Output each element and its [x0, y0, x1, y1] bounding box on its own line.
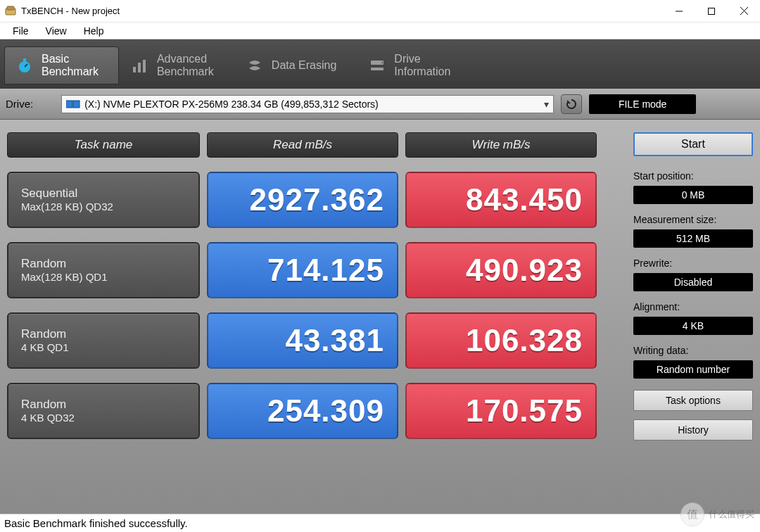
msize-value[interactable]: 512 MB: [633, 229, 753, 248]
history-button[interactable]: History: [633, 419, 753, 441]
tab-label: Basic: [42, 53, 99, 65]
stopwatch-icon: [15, 56, 34, 75]
watermark-icon: 值: [680, 502, 704, 526]
read-value: 714.125: [207, 242, 398, 298]
read-value: 43.381: [207, 312, 398, 369]
task-options-button[interactable]: Task options: [633, 390, 753, 411]
tab-data-erasing[interactable]: Data Erasing: [235, 46, 357, 84]
menu-file[interactable]: File: [4, 25, 37, 37]
close-button[interactable]: [728, 0, 760, 22]
write-value: 490.923: [405, 242, 597, 298]
menu-view[interactable]: View: [37, 25, 75, 37]
watermark: 值 什么值得买: [675, 500, 760, 529]
main-panel: Task name Read mB/s Write mB/s Sequentia…: [0, 120, 760, 514]
header-read: Read mB/s: [207, 132, 398, 158]
task-line2: Max(128 KB) QD32: [21, 201, 186, 214]
svg-rect-1: [7, 6, 14, 10]
svg-rect-9: [133, 67, 136, 72]
bars-icon: [130, 56, 150, 75]
svg-rect-16: [73, 101, 80, 108]
drive-select[interactable]: (X:) NVMe PLEXTOR PX-256M9 238.34 GB (49…: [61, 95, 554, 113]
svg-rect-11: [143, 60, 146, 72]
tab-label: Benchmark: [42, 65, 99, 78]
write-value: 170.575: [405, 383, 597, 439]
read-value: 2927.362: [207, 172, 398, 228]
drive-selected-text: (X:) NVMe PLEXTOR PX-256M9 238.34 GB (49…: [84, 99, 379, 110]
svg-rect-10: [138, 63, 141, 72]
task-line2: 4 KB QD1: [21, 341, 186, 355]
wdata-label: Writing data:: [633, 345, 753, 356]
window-title: TxBENCH - New project: [21, 6, 663, 16]
tabstrip: BasicBenchmark AdvancedBenchmark Data Er…: [0, 39, 760, 89]
drive-label: Drive:: [6, 98, 33, 110]
tab-label: Data Erasing: [272, 59, 337, 72]
start-button[interactable]: Start: [633, 132, 753, 156]
task-line2: 4 KB QD32: [21, 412, 186, 425]
drive-bar: Drive: (X:) NVMe PLEXTOR PX-256M9 238.34…: [0, 89, 760, 120]
task-line1: Random: [21, 256, 186, 271]
titlebar: TxBENCH - New project: [0, 0, 760, 23]
status-bar: Basic Benchmark finished successfully.: [0, 514, 760, 532]
startpos-label: Start position:: [633, 170, 753, 182]
align-label: Alignment:: [633, 301, 753, 312]
svg-rect-3: [709, 8, 715, 14]
window-buttons: [663, 0, 760, 22]
task-button-sequential-qd32[interactable]: Sequential Max(128 KB) QD32: [7, 172, 200, 228]
tab-label: Information: [394, 65, 450, 78]
svg-rect-15: [66, 101, 72, 108]
task-button-random-128kb-qd1[interactable]: Random Max(128 KB) QD1: [7, 242, 200, 298]
read-value: 254.309: [207, 383, 398, 439]
svg-rect-13: [371, 68, 384, 70]
menu-help[interactable]: Help: [75, 25, 113, 37]
result-row: Sequential Max(128 KB) QD32 2927.362 843…: [7, 172, 623, 228]
prewrite-label: Prewrite:: [633, 258, 753, 269]
filemode-button[interactable]: FILE mode: [589, 94, 696, 114]
task-button-random-4kb-qd1[interactable]: Random 4 KB QD1: [7, 312, 200, 369]
erase-icon: [245, 56, 265, 75]
result-row: Random 4 KB QD1 43.381 106.328: [7, 312, 623, 369]
align-value[interactable]: 4 KB: [633, 317, 753, 335]
sidebar: Start Start position: 0 MB Measurement s…: [633, 132, 753, 514]
tab-drive-information[interactable]: DriveInformation: [357, 46, 470, 84]
maximize-button[interactable]: [695, 0, 728, 22]
svg-point-14: [381, 62, 383, 63]
watermark-text: 什么值得买: [709, 508, 754, 521]
svg-rect-7: [23, 58, 26, 61]
result-row: Random 4 KB QD32 254.309 170.575: [7, 383, 623, 439]
task-line1: Random: [21, 327, 186, 341]
header-row: Task name Read mB/s Write mB/s: [7, 132, 623, 158]
write-value: 106.328: [405, 312, 597, 369]
task-line1: Random: [21, 397, 186, 412]
task-line2: Max(128 KB) QD1: [21, 271, 186, 284]
prewrite-value[interactable]: Disabled: [633, 273, 753, 291]
wdata-value[interactable]: Random number: [633, 360, 753, 379]
task-button-random-4kb-qd32[interactable]: Random 4 KB QD32: [7, 383, 200, 439]
menubar: File View Help: [0, 23, 760, 39]
result-row: Random Max(128 KB) QD1 714.125 490.923: [7, 242, 623, 298]
tab-label: Drive: [394, 53, 450, 65]
header-task: Task name: [7, 132, 200, 158]
write-value: 843.450: [405, 172, 597, 228]
reload-button[interactable]: [561, 94, 582, 114]
tab-advanced-benchmark[interactable]: AdvancedBenchmark: [120, 46, 234, 84]
app-icon: [4, 5, 17, 18]
msize-label: Measurement size:: [633, 214, 753, 225]
status-text: Basic Benchmark finished successfully.: [4, 517, 188, 529]
tab-basic-benchmark[interactable]: BasicBenchmark: [4, 46, 119, 84]
startpos-value[interactable]: 0 MB: [633, 186, 753, 204]
minimize-button[interactable]: [663, 0, 695, 22]
header-write: Write mB/s: [405, 132, 597, 158]
tab-label: Benchmark: [157, 65, 214, 78]
results-grid: Task name Read mB/s Write mB/s Sequentia…: [7, 132, 623, 514]
task-line1: Sequential: [21, 186, 186, 201]
drive-icon: [367, 56, 387, 75]
tab-label: Advanced: [157, 53, 214, 65]
chevron-down-icon: ▾: [544, 99, 549, 110]
disk-icon: [66, 99, 80, 109]
